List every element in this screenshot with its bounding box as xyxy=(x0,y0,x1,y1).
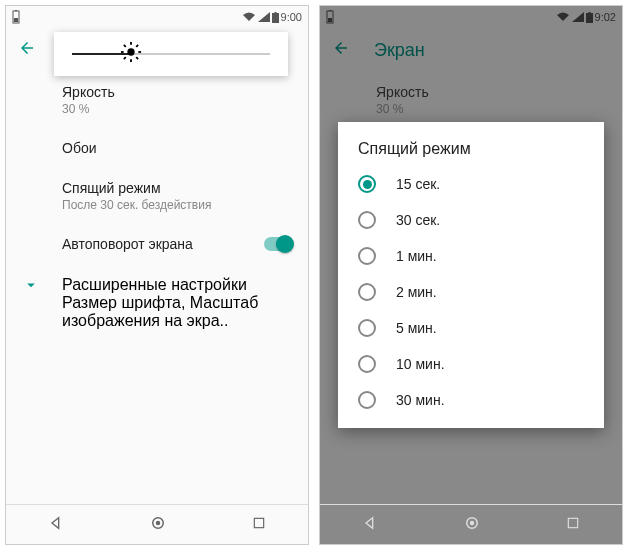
item-title: Яркость xyxy=(62,84,292,100)
phone-right: 9:02 Экран Яркость 30 % Спящий режим 15 … xyxy=(319,5,623,545)
sleep-dialog: Спящий режим 15 сек.30 сек.1 мин.2 мин.5… xyxy=(338,122,604,428)
item-title: Автоповорот экрана xyxy=(62,236,193,252)
radio-icon xyxy=(358,355,376,373)
svg-line-10 xyxy=(124,45,126,47)
radio-option[interactable]: 5 мин. xyxy=(338,310,604,346)
phone-left: 9:00 Яркость 30 % Обои Спящий режим Посл… xyxy=(5,5,309,545)
item-sub: 30 % xyxy=(62,102,292,116)
nav-back-icon[interactable] xyxy=(362,515,378,535)
radio-label: 15 сек. xyxy=(396,176,440,192)
brightness-slider-card xyxy=(54,32,288,76)
radio-icon xyxy=(358,283,376,301)
radio-label: 1 мин. xyxy=(396,248,437,264)
brightness-slider[interactable] xyxy=(72,53,270,55)
svg-point-15 xyxy=(156,520,161,525)
nav-recent-icon[interactable] xyxy=(252,516,266,534)
chevron-down-icon xyxy=(22,264,62,298)
svg-rect-2 xyxy=(14,18,18,22)
radio-label: 2 мин. xyxy=(396,284,437,300)
svg-rect-1 xyxy=(15,10,17,11)
radio-label: 30 сек. xyxy=(396,212,440,228)
radio-icon xyxy=(358,175,376,193)
nav-home-icon[interactable] xyxy=(463,514,481,536)
settings-list: Яркость 30 % Обои Спящий режим После 30 … xyxy=(6,72,308,342)
svg-line-11 xyxy=(137,57,139,59)
radio-icon xyxy=(358,211,376,229)
wifi-icon xyxy=(242,12,256,22)
radio-option[interactable]: 2 мин. xyxy=(338,274,604,310)
item-title: Спящий режим xyxy=(62,180,292,196)
svg-line-13 xyxy=(137,45,139,47)
svg-point-23 xyxy=(470,520,475,525)
radio-option[interactable]: 30 сек. xyxy=(338,202,604,238)
item-advanced[interactable]: Расширенные настройки Размер шрифта, Мас… xyxy=(22,264,292,342)
autorotate-switch[interactable] xyxy=(264,237,292,251)
radio-icon xyxy=(358,247,376,265)
navbar xyxy=(6,504,308,544)
svg-rect-16 xyxy=(254,518,263,527)
radio-option[interactable]: 30 мин. xyxy=(338,382,604,418)
battery-status-icon xyxy=(272,12,279,23)
back-icon[interactable] xyxy=(18,39,36,61)
item-sub: Размер шрифта, Масштаб изображения на эк… xyxy=(62,294,292,330)
signal-icon xyxy=(258,12,270,22)
radio-icon xyxy=(358,319,376,337)
item-title: Расширенные настройки xyxy=(62,276,292,294)
radio-option[interactable]: 15 сек. xyxy=(338,166,604,202)
statusbar: 9:00 xyxy=(6,6,308,28)
navbar xyxy=(320,504,622,544)
item-title: Обои xyxy=(62,140,292,156)
radio-label: 30 мин. xyxy=(396,392,445,408)
item-sub: После 30 сек. бездействия xyxy=(62,198,292,212)
radio-label: 5 мин. xyxy=(396,320,437,336)
nav-home-icon[interactable] xyxy=(149,514,167,536)
svg-rect-3 xyxy=(272,13,279,23)
battery-icon xyxy=(12,10,20,24)
radio-icon xyxy=(358,391,376,409)
item-sleep[interactable]: Спящий режим После 30 сек. бездействия xyxy=(22,168,292,224)
radio-option[interactable]: 10 мин. xyxy=(338,346,604,382)
radio-option[interactable]: 1 мин. xyxy=(338,238,604,274)
brightness-thumb-icon[interactable] xyxy=(120,41,142,67)
item-brightness[interactable]: Яркость 30 % xyxy=(22,72,292,128)
item-wallpaper[interactable]: Обои xyxy=(22,128,292,168)
svg-line-12 xyxy=(124,57,126,59)
nav-recent-icon[interactable] xyxy=(566,516,580,534)
nav-back-icon[interactable] xyxy=(48,515,64,535)
dialog-title: Спящий режим xyxy=(338,140,604,166)
svg-rect-24 xyxy=(568,518,577,527)
svg-point-5 xyxy=(128,48,135,55)
svg-rect-4 xyxy=(274,12,276,13)
item-autorotate[interactable]: Автоповорот экрана xyxy=(22,224,292,264)
status-time: 9:00 xyxy=(281,11,302,23)
radio-list: 15 сек.30 сек.1 мин.2 мин.5 мин.10 мин.3… xyxy=(338,166,604,418)
radio-label: 10 мин. xyxy=(396,356,445,372)
